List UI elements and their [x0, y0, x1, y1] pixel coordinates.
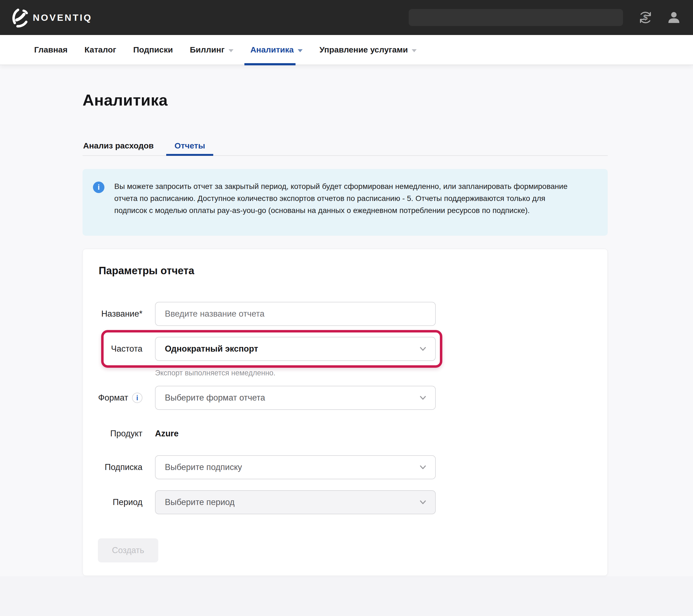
- format-label-text: Формат: [98, 393, 128, 403]
- noventiq-logo-icon: [12, 7, 29, 28]
- nav-item-label: Биллинг: [190, 45, 225, 54]
- currency-exchange-icon[interactable]: $: [638, 11, 653, 25]
- format-label: Формат i: [83, 386, 142, 410]
- nav-item-label: Аналитика: [251, 45, 294, 54]
- chevron-down-icon: [298, 49, 303, 52]
- subscription-select[interactable]: Выберите подписку: [155, 455, 436, 479]
- nav-item-service-management[interactable]: Управление услугами: [320, 35, 417, 65]
- info-banner: i Вы можете запросить отчет за закрытый …: [83, 169, 608, 236]
- info-icon: i: [93, 182, 104, 193]
- subscription-row: Подписка Выберите подписку: [83, 455, 436, 479]
- nav-item-label: Главная: [34, 45, 67, 54]
- period-select-placeholder: Выберите период: [165, 497, 235, 507]
- app-header: NOVENTIQ $: [0, 0, 693, 35]
- frequency-select[interactable]: Однократный экспорт: [155, 337, 436, 361]
- period-label: Период: [83, 490, 142, 514]
- noventiq-logo[interactable]: NOVENTIQ: [12, 7, 93, 28]
- product-row: Продукт Azure: [83, 425, 436, 442]
- tab-reports[interactable]: Отчеты: [166, 136, 213, 155]
- frequency-row: Частота Однократный экспорт: [83, 337, 436, 361]
- create-button[interactable]: Создать: [98, 538, 158, 562]
- product-value: Azure: [155, 425, 436, 442]
- subscription-select-placeholder: Выберите подписку: [165, 462, 242, 472]
- nav-item-label: Каталог: [84, 45, 116, 54]
- nav-item-subscriptions[interactable]: Подписки: [133, 35, 173, 65]
- chevron-down-icon: [418, 497, 428, 508]
- frequency-select-value: Однократный экспорт: [165, 344, 258, 354]
- active-tab-underline: [166, 154, 213, 156]
- period-row: Период Выберите период: [83, 490, 436, 514]
- tab-cost-analysis[interactable]: Анализ расходов: [83, 136, 166, 155]
- subscription-label: Подписка: [83, 455, 142, 479]
- format-select-placeholder: Выберите формат отчета: [165, 393, 265, 403]
- product-label: Продукт: [83, 425, 142, 442]
- chevron-down-icon: [412, 49, 417, 52]
- format-info-icon[interactable]: i: [132, 393, 142, 403]
- footer-strip: [0, 576, 693, 616]
- period-select[interactable]: Выберите период: [155, 490, 436, 514]
- tab-label: Отчеты: [174, 141, 205, 151]
- active-nav-underline: [244, 63, 296, 65]
- user-icon[interactable]: [667, 11, 681, 25]
- report-name-input[interactable]: [155, 302, 436, 326]
- nav-item-billing[interactable]: Биллинг: [190, 35, 234, 65]
- frequency-helper-text: Экспорт выполняется немедленно.: [155, 369, 276, 377]
- svg-text:$: $: [643, 13, 648, 22]
- name-row: Название*: [83, 302, 436, 326]
- header-search-input[interactable]: [409, 9, 623, 26]
- chevron-down-icon: [418, 344, 428, 354]
- report-parameters-card: Параметры отчета Название* Частота Однок…: [83, 249, 608, 576]
- format-select[interactable]: Выберите формат отчета: [155, 386, 436, 410]
- card-heading: Параметры отчета: [99, 265, 194, 277]
- chevron-down-icon: [418, 393, 428, 403]
- name-label: Название*: [83, 302, 142, 326]
- logo-text: NOVENTIQ: [33, 12, 93, 23]
- chevron-down-icon: [418, 462, 428, 473]
- nav-item-catalog[interactable]: Каталог: [84, 35, 116, 65]
- main-nav: Главная Каталог Подписки Биллинг Аналити…: [0, 35, 693, 65]
- page-title: Аналитика: [83, 91, 168, 109]
- format-row: Формат i Выберите формат отчета: [83, 386, 436, 410]
- tab-bar: Анализ расходов Отчеты: [83, 136, 608, 156]
- header-icons: $: [638, 11, 681, 25]
- nav-item-analytics[interactable]: Аналитика: [251, 35, 303, 65]
- nav-item-label: Управление услугами: [320, 45, 408, 54]
- tab-label: Анализ расходов: [83, 141, 154, 151]
- chevron-down-icon: [229, 49, 234, 52]
- info-banner-text: Вы можете запросить отчет за закрытый пе…: [114, 180, 576, 224]
- frequency-label: Частота: [83, 337, 142, 361]
- nav-item-label: Подписки: [133, 45, 173, 54]
- nav-item-home[interactable]: Главная: [34, 35, 67, 65]
